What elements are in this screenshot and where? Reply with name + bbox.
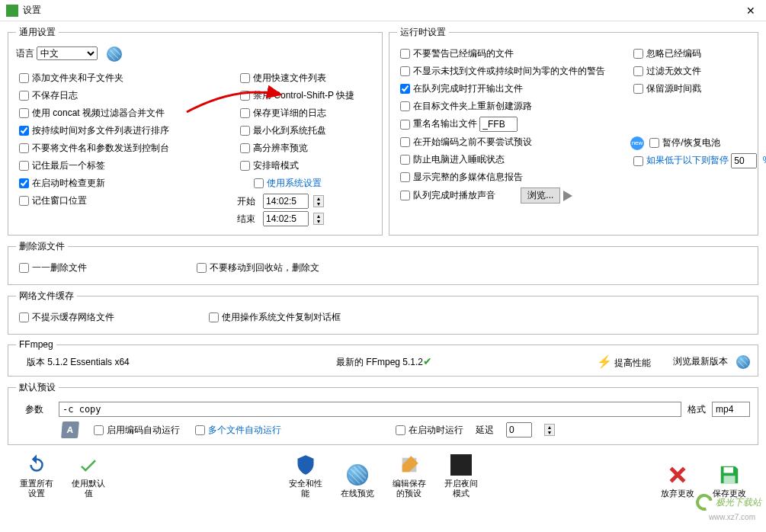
ffmpeg-group: FFmpeg 版本 5.1.2 Essentials x64 最新的 FFmpe… <box>8 339 758 377</box>
app-icon <box>6 5 18 17</box>
play-icon[interactable] <box>563 191 572 201</box>
chk-use-concat[interactable]: 使用 concat 视频过滤器合并文件 <box>16 106 229 120</box>
chk-open-after[interactable]: 在队列完成时打开输出文件 <box>397 82 626 96</box>
chk-pause-battery[interactable]: new 暂停/恢复电池 <box>630 136 745 150</box>
chk-prevent-sleep[interactable]: 防止电脑进入睡眠状态 <box>397 152 626 167</box>
chk-hidpi[interactable]: 高分辨率预览 <box>237 141 374 155</box>
browse-latest-link[interactable]: 浏览最新版本 <box>673 356 728 367</box>
format-label: 格式 <box>687 403 706 416</box>
globe-large-icon <box>345 463 370 487</box>
discard-button[interactable]: 放弃更改 <box>659 463 696 498</box>
default-preset-group: 默认预设 参数 格式 A 启用编码自动运行 多个文件自动运行 在启动时运行 延迟… <box>8 381 758 445</box>
end-stepper[interactable]: ▲▼ <box>313 213 324 225</box>
rename-suffix-input[interactable] <box>479 117 518 132</box>
chk-no-recycle[interactable]: 不要移动到回收站，删除文 <box>194 261 319 275</box>
delay-stepper[interactable]: ▲▼ <box>544 424 555 436</box>
reset-button[interactable]: 重置所有设置 <box>18 453 55 498</box>
delay-label: 延迟 <box>476 424 494 437</box>
chk-detailed-log[interactable]: 保存更详细的日志 <box>237 106 374 120</box>
chk-filter-invalid[interactable]: 过滤无效文件 <box>630 64 745 79</box>
watermark: 极光下载站 <box>696 494 761 511</box>
web-icon[interactable] <box>736 355 750 369</box>
ffmpeg-version: 版本 5.1.2 Essentials x64 <box>16 356 336 369</box>
shield-icon <box>293 453 318 477</box>
save-button[interactable]: 保存更改 <box>711 463 748 498</box>
chk-no-prompt-cache[interactable]: 不提示缓存网络文件 <box>16 310 114 325</box>
chk-no-show-zero[interactable]: 不显示未找到文件或持续时间为零的文件的警告 <box>397 64 626 79</box>
defaults-button[interactable]: 使用默认值 <box>70 453 107 498</box>
chk-play-done[interactable]: 队列完成时播放声音 浏览... <box>397 187 626 204</box>
svg-rect-0 <box>450 454 472 476</box>
param-label: 参数 <box>16 403 53 416</box>
ffmpeg-latest: 最新的 FFmpeg 5.1.2 <box>336 357 423 367</box>
delay-input[interactable] <box>506 422 532 437</box>
chk-delete-one[interactable]: 一一删除文件 <box>16 261 87 275</box>
start-time-input[interactable] <box>263 194 309 209</box>
window-title: 设置 <box>23 4 742 17</box>
end-label: 结束 <box>237 213 258 226</box>
chk-pause-below[interactable]: 如果低于以下则暂停 % <box>630 153 745 168</box>
security-button[interactable]: 安全和性能 <box>287 453 324 498</box>
chk-system-settings[interactable]: 使用系统设置 <box>237 176 374 191</box>
chk-auto-run[interactable]: 启用编码自动运行 <box>91 423 180 437</box>
chk-keep-ts[interactable]: 保留源时间戳 <box>630 82 745 96</box>
runtime-settings-group: 运行时设置 不要警告已经编码的文件 不显示未找到文件或持续时间为零的文件的警告 … <box>389 26 758 236</box>
chk-window-pos[interactable]: 记住窗口位置 <box>16 194 229 208</box>
language-select[interactable]: 中文 <box>37 46 98 60</box>
language-label: 语言 <box>16 48 34 59</box>
boost-link[interactable]: 提高性能 <box>614 357 651 368</box>
chk-no-send-console[interactable]: 不要将文件名和参数发送到控制台 <box>16 141 229 155</box>
close-button[interactable]: ✕ <box>742 2 760 20</box>
chk-no-warn-encoded[interactable]: 不要警告已经编码的文件 <box>397 46 626 61</box>
start-stepper[interactable]: ▲▼ <box>313 195 324 207</box>
chk-disable-csp[interactable]: 禁用 Control-Shift-P 快捷 <box>237 88 374 103</box>
globe-icon[interactable] <box>107 46 122 62</box>
chk-fast-list[interactable]: 使用快速文件列表 <box>237 71 374 85</box>
chk-no-try-preset[interactable]: 在开始编码之前不要尝试预设 <box>397 135 626 149</box>
format-input[interactable] <box>712 402 750 417</box>
edit-preset-button[interactable]: 编辑保存的预设 <box>391 453 428 498</box>
network-cache-group: 网络文件缓存 不提示缓存网络文件 使用操作系统文件复制对话框 <box>8 290 758 335</box>
browse-sound-button[interactable]: 浏览... <box>521 187 560 204</box>
chk-no-log[interactable]: 不保存日志 <box>16 88 229 103</box>
moon-icon <box>449 453 473 477</box>
delete-source-group: 删除源文件 一一删除文件 不要移动到回收站，删除文 <box>8 240 758 285</box>
chk-rename-output[interactable]: 重名名输出文件 <box>397 117 626 132</box>
new-badge: new <box>630 136 644 150</box>
chk-add-subfolders[interactable]: 添加文件夹和子文件夹 <box>16 71 229 85</box>
chk-check-update[interactable]: 在启动时检查更新 <box>16 176 229 191</box>
night-mode-button[interactable]: 开启夜间模式 <box>443 453 479 498</box>
chk-os-copy-dialog[interactable]: 使用操作系统文件复制对话框 <box>206 310 341 325</box>
save-icon <box>717 463 742 487</box>
chk-multi-auto[interactable]: 多个文件自动运行 <box>192 423 281 437</box>
edit-icon <box>397 453 421 477</box>
chk-dark-mode[interactable]: 安排暗模式 <box>237 159 374 173</box>
online-preview-button[interactable]: 在线预览 <box>339 463 376 498</box>
svg-rect-1 <box>724 467 734 473</box>
general-settings-group: 通用设置 语言 中文 添加文件夹和子文件夹 不保存日志 使用 concat 视频… <box>8 26 383 236</box>
start-label: 开始 <box>237 195 258 208</box>
reset-icon <box>24 453 49 477</box>
auto-icon: A <box>61 421 79 438</box>
bolt-icon: ⚡ <box>597 355 612 368</box>
param-input[interactable] <box>59 402 681 417</box>
watermark-url: www.xz7.com <box>709 513 755 521</box>
check-icon: ✔ <box>423 355 432 367</box>
chk-sort-duration[interactable]: 按持续时间对多文件列表进行排序 <box>16 123 229 138</box>
chk-ignore-encoded[interactable]: 忽略已经编码 <box>630 46 745 61</box>
chk-recreate-src[interactable]: 在目标文件夹上重新创建源路 <box>397 99 626 114</box>
check-icon <box>76 453 101 477</box>
chk-run-on-start[interactable]: 在启动时运行 <box>393 423 463 437</box>
svg-rect-2 <box>724 476 736 483</box>
chk-show-full-info[interactable]: 显示完整的多媒体信息报告 <box>397 170 626 184</box>
chk-last-tab[interactable]: 记住最后一个标签 <box>16 159 229 173</box>
x-icon <box>665 463 690 487</box>
chk-min-tray[interactable]: 最小化到系统托盘 <box>237 123 374 138</box>
end-time-input[interactable] <box>263 211 309 226</box>
pause-threshold-input[interactable] <box>731 153 757 168</box>
